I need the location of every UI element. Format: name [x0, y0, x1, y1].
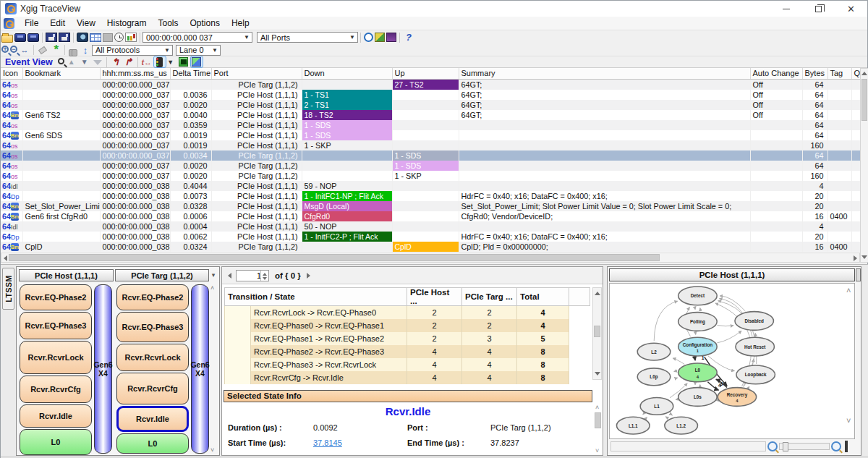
menu-item-help[interactable]: Help [226, 17, 255, 30]
collapsed-panel-strip[interactable] [856, 268, 861, 281]
table-row[interactable]: 64os000:00:00.000_037PCIe Targ (1,1,2)27… [1, 79, 860, 90]
column-header-tag[interactable]: Tag [827, 68, 851, 79]
menu-item-file[interactable]: File [19, 17, 44, 30]
scrollbar-thumb[interactable] [595, 412, 601, 428]
zoom-in-icon[interactable]: + [1, 46, 9, 53]
ltssm-state-rcvr-rcvrlock[interactable]: Rcvr.RcvrLock [116, 344, 189, 371]
help-icon[interactable]: ? [403, 32, 414, 43]
diagram-horizontal-scrollbar[interactable] [610, 441, 766, 451]
state-node-recovery[interactable]: Recovery4 [718, 388, 757, 407]
save-all-icon[interactable] [59, 33, 70, 42]
transition-row[interactable]: Rcvr.EQ-Phase1 -> Rcvr.EQ-Phase2235 [225, 332, 590, 345]
state-node-disabled[interactable]: Disabled [735, 312, 774, 331]
ports-selector[interactable]: All Ports ▼ [257, 32, 358, 43]
swap-direction-icon[interactable]: ↕ [80, 45, 91, 56]
ltssm-state-rcvr-idle[interactable]: Rcvr.Idle [116, 406, 189, 432]
save-trace-icon[interactable] [14, 33, 26, 42]
ltssm-state-rcvr-eq-phase2[interactable]: Rcvr.EQ-Phase2 [20, 284, 92, 310]
ltssm-state-rcvr-idle[interactable]: Rcvr.Idle [20, 404, 92, 428]
traffic-light-dropdown-icon[interactable]: ▼ [165, 56, 176, 67]
table-row[interactable]: 64Dp000:00:00.000_0380.0073PCIe Host (1,… [1, 191, 860, 201]
relative-time-icon[interactable]: t↔ [141, 56, 153, 67]
state-node-polling[interactable]: Polling [678, 313, 718, 331]
packet-chip[interactable]: CfgRd0 [302, 211, 392, 221]
table-row[interactable]: 64BmCplD000:00:00.000_0380.0324PCIe Targ… [1, 242, 860, 252]
ltssm-state-rcvr-eq-phase2[interactable]: Rcvr.EQ-Phase2 [116, 284, 189, 310]
state-node-loopback[interactable]: Loopback [736, 365, 775, 384]
page-next-icon[interactable] [307, 273, 310, 279]
start-time-link[interactable]: 37.8145 [313, 438, 407, 447]
column-header-down[interactable]: Down [302, 68, 392, 79]
spin-up-icon[interactable] [263, 273, 267, 276]
traffic-light-icon[interactable] [156, 57, 163, 67]
bookmark-icon[interactable]: Bm [11, 132, 19, 140]
diagram-zoom-out-icon[interactable] [767, 441, 778, 451]
diagram-zoom-in-icon[interactable] [831, 441, 841, 451]
packet-chip[interactable]: 2 - TS1 [302, 100, 392, 110]
state-node-detect[interactable]: Detect [678, 287, 718, 305]
column-header-bytes[interactable]: Bytes [802, 68, 827, 79]
page-prev-icon[interactable] [228, 273, 231, 279]
packet-chip[interactable]: 1 - SDS [393, 161, 459, 171]
table-horizontal-scrollbar[interactable] [1, 253, 860, 263]
packet-chip[interactable]: CplD [393, 242, 459, 252]
bookmark-icon[interactable]: Bm [11, 111, 19, 119]
filter-icon[interactable] [93, 60, 102, 65]
statistics-icon[interactable] [125, 33, 137, 42]
ltssm-state-rcvr-rcvrcfg[interactable]: Rcvr.RcvrCfg [116, 373, 189, 404]
jump-forward-icon[interactable]: ↱ [123, 56, 135, 67]
table-row[interactable]: 64os000:00:00.000_0370.0019PCIe Host (1,… [1, 140, 860, 150]
ltssm-scrollbar[interactable]: ˄ ˅ [210, 284, 218, 454]
state-node-l0s[interactable]: L0s [678, 388, 718, 407]
packet-chip[interactable]: 1 - SDS [302, 120, 392, 130]
packet-chip[interactable]: 1 - SDS [393, 150, 459, 161]
report-icon[interactable] [375, 33, 385, 42]
packet-chip[interactable]: 1 - InitFC1-NP ; Flit Ack [302, 191, 392, 201]
protocols-selector[interactable]: All Protocols ▼ [92, 45, 173, 56]
column-header-hhh-mm-ss-ms-us[interactable]: hhh:mm:ss.ms_us [100, 68, 170, 79]
export-trace-icon[interactable] [27, 33, 39, 42]
packet-chip[interactable]: 1 - TS1 [302, 90, 392, 100]
zoom-select-icon[interactable] [58, 58, 64, 64]
fit-width-icon[interactable]: ↔ [19, 45, 30, 56]
ltssm-state-rcvr-rcvrlock[interactable]: Rcvr.RcvrLock [20, 341, 92, 374]
tag-icon[interactable] [38, 46, 47, 54]
transition-row[interactable]: Rcvr.EQ-Phase0 -> Rcvr.EQ-Phase1224 [225, 319, 590, 332]
table-vertical-scrollbar[interactable] [860, 68, 868, 263]
ltssm-state-rcvr-rcvrcfg[interactable]: Rcvr.RcvrCfg [20, 376, 92, 403]
state-node-hotreset[interactable]: Hot Reset [736, 337, 775, 356]
restore-button[interactable] [802, 1, 835, 17]
diagram-scrollbar[interactable]: ˄ ˅ [845, 284, 854, 426]
page-spinner[interactable] [236, 270, 269, 281]
table-row[interactable]: 64os000:00:00.000_0370.0359PCIe Host (1,… [1, 120, 860, 130]
column-header-delta-time[interactable]: Delta Time [170, 68, 211, 79]
table-header-row[interactable]: IconBookmarkhhh:mm:ss.ms_usDelta TimePor… [1, 68, 860, 79]
state-node-l0[interactable]: L04 [678, 363, 718, 382]
scroll-down-icon[interactable] [595, 372, 600, 376]
table-row[interactable]: 64BmGen6 SDS000:00:00.000_0370.0019PCIe … [1, 130, 860, 140]
scrollbar-thumb[interactable] [9, 254, 660, 261]
ltssm-targ-header[interactable]: PCIe Targ (1,1,2) [115, 269, 209, 281]
state-node-l1[interactable]: L1 [640, 398, 673, 415]
transition-row[interactable]: Rcvr.RcvrCfg -> Rcvr.Idle448 [225, 371, 590, 384]
packet-chip[interactable]: MsgD (Local) [302, 201, 392, 211]
minimize-button[interactable] [770, 1, 802, 17]
table-row[interactable]: 64os000:00:00.000_0370.0020PCIe Host (1,… [1, 100, 860, 110]
scrollbar-thumb[interactable] [861, 79, 867, 121]
state-node-l0p[interactable]: L0p [637, 368, 671, 386]
diagram-zoom-slider[interactable] [779, 443, 830, 450]
scroll-down-icon[interactable]: ˅ [210, 446, 214, 454]
table-row[interactable]: 64os000:00:00.000_0370.0020PCIe Targ (1,… [1, 171, 860, 181]
ltssm-header-dropdown-icon[interactable]: ▾ [209, 271, 218, 280]
column-header-icon[interactable]: Icon [1, 68, 22, 79]
ltssm-tab[interactable]: LTSSM [2, 268, 14, 310]
selected-state-scrollbar[interactable]: ˄ ˅ [594, 404, 603, 454]
table-row[interactable]: 64BmGen6 TS2000:00:00.000_0370.0040PCIe … [1, 110, 860, 120]
packet-chip[interactable]: 1 - SDS [302, 130, 392, 140]
scroll-left-icon[interactable] [4, 255, 7, 261]
bookmark-icon[interactable]: Bm [11, 243, 19, 251]
expert-view-icon[interactable] [192, 57, 201, 67]
panel-resize-handle[interactable] [845, 441, 848, 452]
table-row[interactable]: 64Idl000:00:00.000_0380.4044PCIe Host (1… [1, 181, 860, 191]
close-button[interactable]: ✕ [835, 1, 867, 17]
